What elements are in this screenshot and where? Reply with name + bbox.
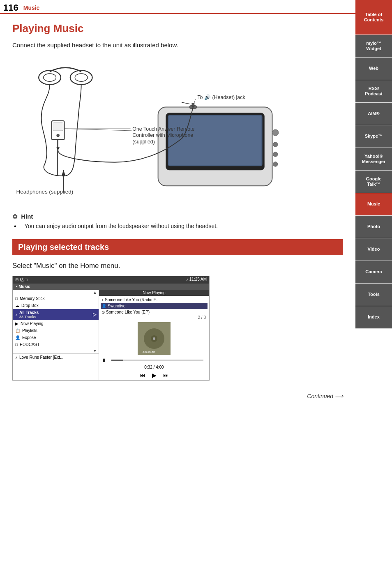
player-right-panel: Now Playing ♪ Someone Like You (Radio E.… xyxy=(99,290,209,380)
player-item-drop-box[interactable]: ☁ Drop Box xyxy=(13,302,99,309)
album-art-svg: Album Art xyxy=(138,322,171,355)
track-item-3[interactable]: ⊙ Someone Like You (EP) xyxy=(101,309,208,315)
track-item-2[interactable]: 👤 Swandive xyxy=(101,303,208,309)
svg-text:Album Art: Album Art xyxy=(143,351,155,353)
sidebar-skype-label: Skype™ xyxy=(365,134,383,139)
player-item-podcast[interactable]: □ PODCAST xyxy=(13,341,99,348)
now-playing-header: Now Playing xyxy=(99,290,209,296)
all-tracks-icon: ♪ xyxy=(15,312,17,317)
sidebar-item-skype[interactable]: Skype™ xyxy=(355,125,392,148)
hint-title: ✿ Hint xyxy=(12,213,343,220)
sidebar-photo-label: Photo xyxy=(367,224,380,229)
svg-text:(supplied): (supplied) xyxy=(132,139,155,145)
page-header: 116 Music xyxy=(0,0,355,14)
sidebar-item-index[interactable]: Index xyxy=(355,306,392,329)
scroll-down[interactable]: ▼ xyxy=(13,348,99,353)
bullet-icon: • xyxy=(14,223,16,230)
all-tracks-arrow: ▷ xyxy=(93,312,96,317)
memory-stick-icon: □ xyxy=(15,296,18,301)
player-status-left: ⊞ 㱠 □ xyxy=(15,277,28,283)
hint-section: ✿ Hint • You can enjoy audio output from… xyxy=(12,213,343,230)
sidebar: Table of Contents mylo™ Widget Web RSS/ … xyxy=(355,0,392,563)
svg-point-35 xyxy=(153,337,155,340)
sidebar-item-photo[interactable]: Photo xyxy=(355,216,392,238)
track-3-icon: ⊙ xyxy=(101,310,105,314)
track-1-icon: ♪ xyxy=(101,298,104,302)
section2-title: Playing selected tracks xyxy=(18,242,109,252)
track-counter: 2 / 3 xyxy=(101,315,208,320)
pause-icon[interactable]: ⏸ xyxy=(101,358,106,363)
sidebar-item-music[interactable]: Music xyxy=(355,193,392,216)
sidebar-yahoo-label: Yahoo!® Messenger xyxy=(362,154,385,164)
player-nav: • Music xyxy=(13,284,209,290)
svg-text:To 🔊 (Headset) jack: To 🔊 (Headset) jack xyxy=(197,94,245,101)
progress-fill xyxy=(111,360,123,361)
continued-footer: Continued ⟹ xyxy=(0,389,355,404)
play-button[interactable]: ▶ xyxy=(152,372,157,378)
expose-icon: 👤 xyxy=(15,335,20,340)
svg-point-7 xyxy=(56,134,60,137)
sidebar-item-mylo[interactable]: mylo™ Widget xyxy=(355,35,392,58)
sidebar-item-yahoo[interactable]: Yahoo!® Messenger xyxy=(355,148,392,171)
sidebar-item-web[interactable]: Web xyxy=(355,58,392,80)
page-title: Music xyxy=(23,5,40,11)
hint-title-text: Hint xyxy=(21,213,33,220)
page-number: 116 xyxy=(3,2,18,13)
player-item-playlists[interactable]: 📋 Playlists xyxy=(13,327,99,334)
content-body: Playing Music Connect the supplied heads… xyxy=(0,14,355,389)
player-item-all-tracks[interactable]: ♪ All Tracks 33 Tracks ▷ xyxy=(13,309,99,320)
player-item-now-playing[interactable]: ▶ Now Playing xyxy=(13,320,99,327)
svg-point-18 xyxy=(273,152,278,157)
player-item-expose[interactable]: 👤 Expose xyxy=(13,334,99,341)
svg-point-16 xyxy=(272,129,279,136)
sidebar-item-google[interactable]: Google Talk™ xyxy=(355,171,392,193)
main-content: 116 Music Playing Music Connect the supp… xyxy=(0,0,355,404)
svg-point-2 xyxy=(70,70,92,85)
svg-point-3 xyxy=(75,74,88,81)
progress-time-text: 0:32 / 4:00 xyxy=(144,365,164,369)
track-2-icon: 👤 xyxy=(101,304,106,308)
svg-text:Headphones (supplied): Headphones (supplied) xyxy=(16,189,74,195)
love-runs-icon: ♪ xyxy=(15,355,17,360)
drop-box-icon: ☁ xyxy=(15,303,19,308)
hint-bullet-point: • You can enjoy audio output from the lo… xyxy=(14,223,343,230)
sidebar-item-rss[interactable]: RSS/ Podcast xyxy=(355,80,392,103)
svg-point-19 xyxy=(273,162,278,167)
svg-point-0 xyxy=(39,70,61,85)
sidebar-index-label: Index xyxy=(368,314,380,320)
player-item-love-runs[interactable]: ♪ Love Runs Faster [Ext... xyxy=(13,353,99,361)
sidebar-camera-label: Camera xyxy=(365,269,382,275)
sidebar-rss-label: RSS/ Podcast xyxy=(365,86,383,97)
progress-bar-container xyxy=(108,359,207,362)
svg-rect-15 xyxy=(169,116,261,165)
sidebar-item-toc[interactable]: Table of Contents xyxy=(355,0,392,35)
sidebar-aim-label: AIM® xyxy=(368,111,379,116)
select-text: Select "Music" on the Home menu. xyxy=(12,262,343,270)
player-transport-controls: ⏮ ▶ ⏭ xyxy=(99,370,209,380)
player-item-memory-stick[interactable]: □ Memory Stick xyxy=(13,295,99,302)
player-left-panel: ▲ □ Memory Stick ☁ Drop Box ♪ All Tracks xyxy=(13,290,99,380)
section-title: Playing Music xyxy=(12,22,343,35)
player-track-list: ♪ Someone Like You (Radio E... 👤 Swandiv… xyxy=(99,296,209,321)
diagram-svg: Headphones (supplied) xyxy=(12,57,343,205)
hint-text: You can enjoy audio output from the loud… xyxy=(25,223,218,229)
next-button[interactable]: ⏭ xyxy=(163,372,169,378)
svg-rect-6 xyxy=(53,123,63,131)
album-art: Album Art xyxy=(138,322,171,355)
section-bar-playing-selected: Playing selected tracks xyxy=(12,239,343,255)
sidebar-tools-label: Tools xyxy=(368,292,380,297)
track-item-1[interactable]: ♪ Someone Like You (Radio E... xyxy=(101,297,208,303)
scroll-up[interactable]: ▲ xyxy=(13,290,99,295)
sidebar-item-camera[interactable]: Camera xyxy=(355,261,392,284)
svg-marker-9 xyxy=(56,147,60,150)
track-num-text: 2 / 3 xyxy=(198,315,206,320)
svg-text:One Touch Answer Remote: One Touch Answer Remote xyxy=(132,126,194,132)
progress-bar xyxy=(111,360,203,361)
prev-button[interactable]: ⏮ xyxy=(140,372,145,378)
player-body: ▲ □ Memory Stick ☁ Drop Box ♪ All Tracks xyxy=(13,290,209,380)
now-playing-icon: ▶ xyxy=(15,321,18,326)
diagram-container: Headphones (supplied) xyxy=(12,57,343,205)
sidebar-item-aim[interactable]: AIM® xyxy=(355,103,392,125)
sidebar-item-tools[interactable]: Tools xyxy=(355,284,392,306)
sidebar-item-video[interactable]: Video xyxy=(355,238,392,261)
